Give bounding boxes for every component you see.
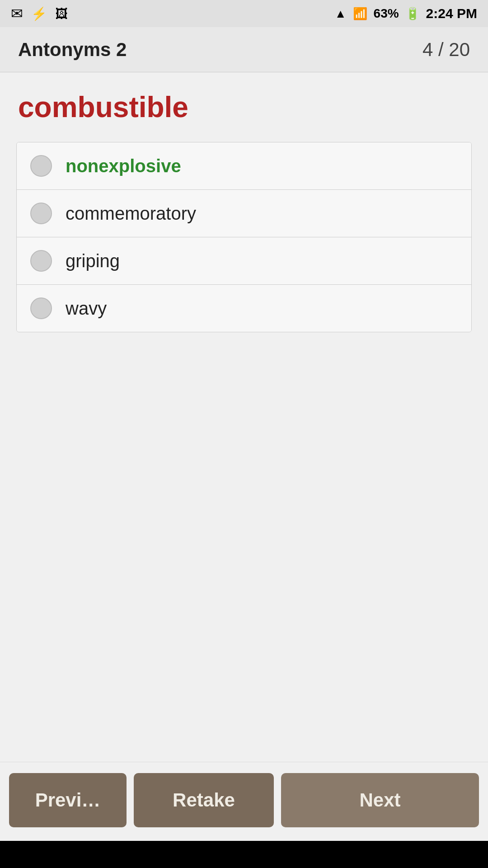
main-content: combustible nonexplosive commemoratory g… [0, 72, 488, 762]
mail-icon [11, 5, 23, 22]
option-text-0: nonexplosive [66, 156, 181, 176]
progress-indicator: 4 / 20 [422, 39, 470, 61]
app-title: Antonyms 2 [18, 39, 127, 61]
option-text-1: commemoratory [66, 203, 196, 224]
bottom-bar: Previ… Retake Next [0, 762, 488, 841]
radio-button-1[interactable] [30, 203, 52, 224]
option-text-2: griping [66, 251, 120, 271]
radio-button-0[interactable] [30, 155, 52, 177]
signal-icon: 📶 [353, 7, 367, 21]
time-display: 2:24 PM [426, 6, 477, 21]
wifi-icon: ▲ [335, 7, 347, 21]
option-text-3: wavy [66, 298, 107, 319]
option-item[interactable]: wavy [17, 285, 471, 332]
status-icons-right: ▲ 📶 63% 🔋 2:24 PM [335, 6, 477, 21]
options-list: nonexplosive commemoratory griping wavy [16, 142, 472, 332]
previous-button[interactable]: Previ… [9, 773, 127, 827]
battery-percent: 63% [374, 6, 399, 21]
option-item[interactable]: commemoratory [17, 190, 471, 237]
bottom-strip [0, 841, 488, 868]
question-word: combustible [18, 90, 472, 124]
option-item[interactable]: nonexplosive [17, 142, 471, 190]
next-button[interactable]: Next [281, 773, 479, 827]
usb-icon [31, 6, 47, 21]
radio-button-2[interactable] [30, 250, 52, 272]
image-icon [55, 6, 68, 21]
radio-button-3[interactable] [30, 297, 52, 319]
battery-icon: 🔋 [405, 7, 420, 21]
status-bar: ▲ 📶 63% 🔋 2:24 PM [0, 0, 488, 27]
retake-button[interactable]: Retake [134, 773, 274, 827]
option-item[interactable]: griping [17, 237, 471, 285]
app-header: Antonyms 2 4 / 20 [0, 27, 488, 72]
status-icons-left [11, 5, 68, 22]
